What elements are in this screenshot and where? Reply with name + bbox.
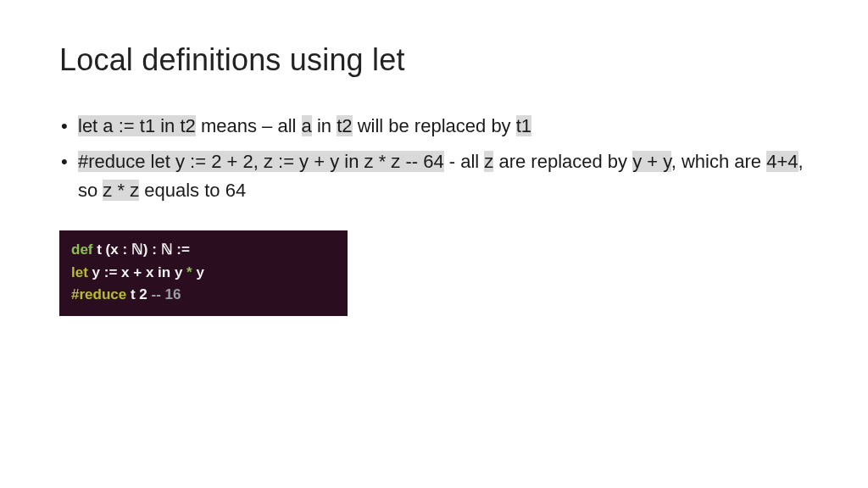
b2-text-2: are replaced by [493, 151, 632, 172]
code-kw-let: let [71, 264, 88, 280]
b2-text-5: equals to 64 [139, 180, 246, 201]
b1-code-2: a [302, 115, 312, 136]
b1-code-4: t1 [516, 115, 531, 136]
code-l1-rest: t (x : ℕ) : ℕ := [93, 241, 190, 258]
code-l3-comment: -- 16 [152, 286, 181, 302]
b1-code-1: let a := t1 in t2 [78, 115, 196, 136]
code-line-1: def t (x : ℕ) : ℕ := [71, 239, 336, 261]
code-line-2: let y := x + x in y * y [71, 262, 336, 284]
code-l3-r1: t 2 [126, 286, 151, 302]
slide-title: Local definitions using let [59, 42, 809, 78]
code-kw-def: def [71, 241, 93, 258]
b2-code-4: 4+4 [766, 151, 798, 172]
code-kw-reduce: #reduce [71, 286, 126, 302]
bullet-2: #reduce let y := 2 + 2, z := y + y in z … [59, 147, 809, 205]
b2-code-5: z * z [103, 180, 139, 201]
b2-code-2: z [484, 151, 493, 172]
code-l2-star: * [186, 264, 192, 280]
bullet-1: let a := t1 in t2 means – all a in t2 wi… [59, 112, 809, 141]
b2-text-1: - all [444, 151, 485, 172]
code-line-3: #reduce t 2 -- 16 [71, 284, 336, 306]
code-l2-r1: y := x + x in y [88, 264, 186, 280]
slide: Local definitions using let let a := t1 … [0, 0, 868, 488]
b2-code-3: y + y [632, 151, 670, 172]
bullet-list: let a := t1 in t2 means – all a in t2 wi… [59, 112, 809, 205]
code-block: def t (x : ℕ) : ℕ := let y := x + x in y… [59, 230, 348, 316]
b1-text-1: means – all [196, 115, 302, 136]
b1-text-2: in [312, 115, 337, 136]
b1-text-3: will be replaced by [353, 115, 516, 136]
b1-code-3: t2 [337, 115, 352, 136]
b2-text-3: , which are [671, 151, 767, 172]
b2-code-1: #reduce let y := 2 + 2, z := y + y in z … [78, 151, 444, 172]
code-l2-r2: y [192, 264, 204, 280]
